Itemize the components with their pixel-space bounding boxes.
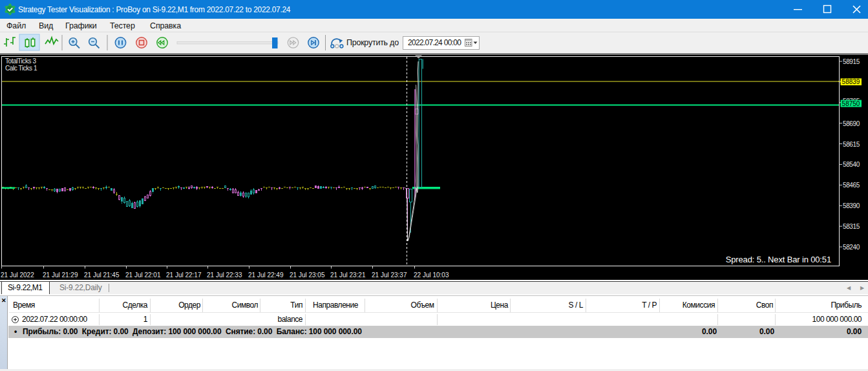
- svg-text:Calc Ticks 1: Calc Ticks 1: [5, 65, 37, 72]
- svg-text:58465: 58465: [843, 182, 860, 189]
- svg-text:TotalTicks 3: TotalTicks 3: [5, 58, 36, 65]
- svg-text:21 Jul 23:05: 21 Jul 23:05: [290, 271, 325, 279]
- svg-text:21 Jul 21:45: 21 Jul 21:45: [84, 271, 120, 279]
- svg-text:21 Jul 22:33: 21 Jul 22:33: [207, 271, 242, 279]
- svg-text:58750: 58750: [842, 100, 860, 107]
- svg-text:58615: 58615: [843, 141, 860, 148]
- svg-text:Spread: 5.. Next Bar in 00:51: Spread: 5.. Next Bar in 00:51: [726, 255, 831, 264]
- svg-text:22 Jul 10:03: 22 Jul 10:03: [414, 271, 449, 279]
- svg-text:58390: 58390: [843, 202, 860, 209]
- svg-text:21 Jul 22:17: 21 Jul 22:17: [166, 271, 202, 279]
- svg-text:21 Jul 22:01: 21 Jul 22:01: [125, 271, 161, 279]
- svg-text:58240: 58240: [843, 244, 860, 251]
- svg-text:58839: 58839: [842, 78, 860, 85]
- svg-text:21 Jul 21:29: 21 Jul 21:29: [43, 271, 78, 279]
- svg-text:21 Jul 22:49: 21 Jul 22:49: [248, 271, 284, 279]
- svg-text:58315: 58315: [843, 223, 860, 230]
- svg-text:21 Jul 2022: 21 Jul 2022: [1, 271, 34, 279]
- svg-text:58915: 58915: [843, 58, 860, 65]
- svg-text:21 Jul 23:21: 21 Jul 23:21: [330, 271, 366, 279]
- svg-text:21 Jul 23:37: 21 Jul 23:37: [372, 271, 407, 279]
- svg-text:58540: 58540: [843, 161, 860, 168]
- svg-text:58690: 58690: [843, 120, 860, 127]
